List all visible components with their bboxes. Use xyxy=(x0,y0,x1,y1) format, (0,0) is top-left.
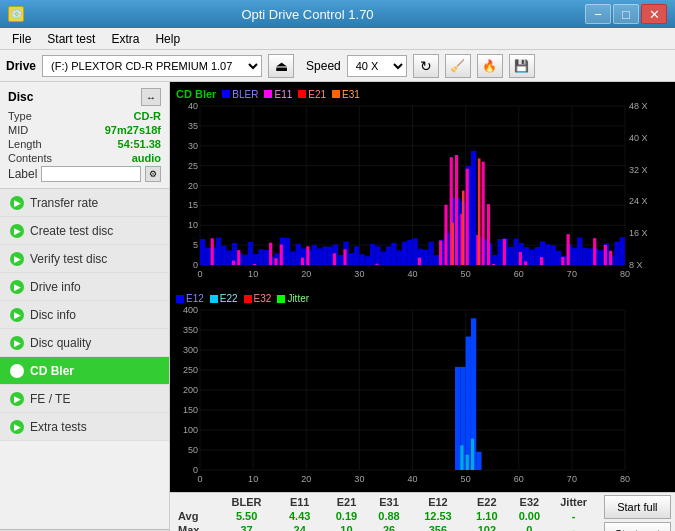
nav-disc-info[interactable]: ▶ Disc info xyxy=(0,301,169,329)
col-header-e21: E21 xyxy=(326,495,366,509)
length-label: Length xyxy=(8,138,42,150)
close-button[interactable]: ✕ xyxy=(641,4,667,24)
drivebar: Drive (F:) PLEXTOR CD-R PREMIUM 1.07 ⏏ S… xyxy=(0,50,675,82)
nav-cd-bler[interactable]: ▶ CD Bler xyxy=(0,357,169,385)
data-table-wrapper: BLER E11 E21 E31 E12 E22 E32 Jitter Avg5… xyxy=(174,495,671,531)
nav-icon-cdbler: ▶ xyxy=(10,364,24,378)
nav-icon-transfer: ▶ xyxy=(10,196,24,210)
nav-icon-fete: ▶ xyxy=(10,392,24,406)
minimize-button[interactable]: − xyxy=(585,4,611,24)
menu-file[interactable]: File xyxy=(4,30,39,48)
col-header-empty xyxy=(174,495,220,509)
cell-value: 4.43 xyxy=(273,509,326,523)
label-settings-button[interactable]: ⚙ xyxy=(145,166,161,182)
col-header-e31: E31 xyxy=(367,495,412,509)
cell-value: 102 xyxy=(464,523,509,531)
nav-drive-info[interactable]: ▶ Drive info xyxy=(0,273,169,301)
chart1-area xyxy=(170,102,675,283)
nav-icon-extra: ▶ xyxy=(10,420,24,434)
legend-e21: E21 xyxy=(298,89,326,100)
disc-refresh-button[interactable]: ↔ xyxy=(141,88,161,106)
cell-value: 37 xyxy=(220,523,273,531)
chart2-container: E12 E22 E32 Jitter xyxy=(170,287,675,492)
content-area: CD Bler BLER E11 E21 E31 E12 E22 E32 Jit… xyxy=(170,82,675,531)
cell-value: 0.88 xyxy=(367,509,412,523)
nav-verify-test-disc[interactable]: ▶ Verify test disc xyxy=(0,245,169,273)
table-row: Max372410263561020- xyxy=(174,523,598,531)
menu-start-test[interactable]: Start test xyxy=(39,30,103,48)
nav-disc-quality[interactable]: ▶ Disc quality xyxy=(0,329,169,357)
menu-help[interactable]: Help xyxy=(147,30,188,48)
titlebar: 💿 Opti Drive Control 1.70 − □ ✕ xyxy=(0,0,675,28)
action-buttons: Start full Start part xyxy=(604,495,671,531)
table-row: Avg5.504.430.190.8812.531.100.00- xyxy=(174,509,598,523)
table-body: Avg5.504.430.190.8812.531.100.00-Max3724… xyxy=(174,509,598,531)
speed-select[interactable]: 40 X xyxy=(347,55,407,77)
cell-value: 356 xyxy=(411,523,464,531)
disc-length-row: Length 54:51.38 xyxy=(8,138,161,150)
save-button[interactable]: 💾 xyxy=(509,54,535,78)
nav-items: ▶ Transfer rate ▶ Create test disc ▶ Ver… xyxy=(0,189,169,529)
burn-button[interactable]: 🔥 xyxy=(477,54,503,78)
disc-label-row: Label ⚙ xyxy=(8,166,161,182)
maximize-button[interactable]: □ xyxy=(613,4,639,24)
nav-transfer-rate[interactable]: ▶ Transfer rate xyxy=(0,189,169,217)
legend-bler: BLER xyxy=(222,89,258,100)
col-header-jitter: Jitter xyxy=(550,495,598,509)
nav-icon-verify: ▶ xyxy=(10,252,24,266)
legend-e12: E12 xyxy=(176,293,204,304)
disc-mid-row: MID 97m27s18f xyxy=(8,124,161,136)
refresh-button[interactable]: ↻ xyxy=(413,54,439,78)
app-icon: 💿 xyxy=(8,6,24,22)
nav-create-test-disc[interactable]: ▶ Create test disc xyxy=(0,217,169,245)
col-header-e11: E11 xyxy=(273,495,326,509)
col-header-e12: E12 xyxy=(411,495,464,509)
erase-button[interactable]: 🧹 xyxy=(445,54,471,78)
start-part-button[interactable]: Start part xyxy=(604,522,671,531)
sidebar: Disc ↔ Type CD-R MID 97m27s18f Length 54… xyxy=(0,82,170,531)
nav-fe-te[interactable]: ▶ FE / TE xyxy=(0,385,169,413)
drive-select[interactable]: (F:) PLEXTOR CD-R PREMIUM 1.07 xyxy=(42,55,262,77)
start-full-button[interactable]: Start full xyxy=(604,495,671,519)
legend-e22: E22 xyxy=(210,293,238,304)
menubar: File Start test Extra Help xyxy=(0,28,675,50)
nav-extra-tests[interactable]: ▶ Extra tests xyxy=(0,413,169,441)
label-input[interactable] xyxy=(41,166,141,182)
data-table: BLER E11 E21 E31 E12 E22 E32 Jitter Avg5… xyxy=(174,495,598,531)
col-header-e32: E32 xyxy=(509,495,549,509)
cell-value: 12.53 xyxy=(411,509,464,523)
contents-value: audio xyxy=(132,152,161,164)
legend-e11: E11 xyxy=(264,89,292,100)
mid-label: MID xyxy=(8,124,28,136)
disc-panel: Disc ↔ Type CD-R MID 97m27s18f Length 54… xyxy=(0,82,169,189)
row-label: Avg xyxy=(174,509,220,523)
window-controls: − □ ✕ xyxy=(585,4,667,24)
nav-icon-drive: ▶ xyxy=(10,280,24,294)
legend-e32: E32 xyxy=(244,293,272,304)
cell-value: 5.50 xyxy=(220,509,273,523)
nav-icon-create: ▶ xyxy=(10,224,24,238)
app-title: Opti Drive Control 1.70 xyxy=(30,7,585,22)
chart1-title: CD Bler BLER E11 E21 E31 xyxy=(170,86,675,102)
chart2-title: E12 E22 E32 Jitter xyxy=(170,291,675,306)
speed-label: Speed xyxy=(306,59,341,73)
contents-label: Contents xyxy=(8,152,52,164)
chart1-name: CD Bler xyxy=(176,88,216,100)
drive-label: Drive xyxy=(6,59,36,73)
cell-value: 0 xyxy=(509,523,549,531)
disc-title: Disc xyxy=(8,90,33,104)
chart2-area xyxy=(170,306,675,488)
nav-icon-quality: ▶ xyxy=(10,336,24,350)
cell-value: 0.19 xyxy=(326,509,366,523)
chart1-container: CD Bler BLER E11 E21 E31 xyxy=(170,82,675,287)
menu-extra[interactable]: Extra xyxy=(103,30,147,48)
cell-value: 0.00 xyxy=(509,509,549,523)
disc-type-row: Type CD-R xyxy=(8,110,161,122)
cell-value: 10 xyxy=(326,523,366,531)
row-label: Max xyxy=(174,523,220,531)
nav-icon-disc: ▶ xyxy=(10,308,24,322)
eject-button[interactable]: ⏏ xyxy=(268,54,294,78)
chart2-canvas xyxy=(170,306,675,488)
type-value: CD-R xyxy=(134,110,162,122)
main-area: Disc ↔ Type CD-R MID 97m27s18f Length 54… xyxy=(0,82,675,531)
